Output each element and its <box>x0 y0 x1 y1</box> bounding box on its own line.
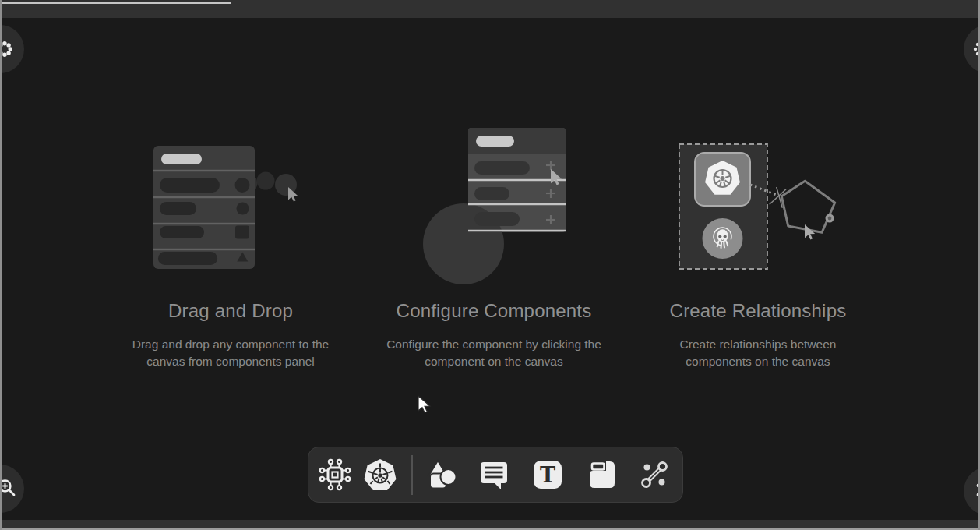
step-title-create-relationships: Create Relationships <box>641 300 875 322</box>
create-relationships-illustration <box>668 140 851 277</box>
left-window-edge <box>0 0 2 530</box>
comment-icon[interactable] <box>476 457 512 493</box>
relationship-icon[interactable] <box>636 457 672 493</box>
shapes-icon[interactable] <box>424 457 460 493</box>
text-tool-icon[interactable]: T <box>530 457 566 493</box>
component-integration-icon[interactable] <box>317 457 353 493</box>
note-icon[interactable] <box>584 457 620 493</box>
top-left-circle-button[interactable] <box>0 25 24 73</box>
step-desc-create-relationships: Create relationships between components … <box>668 336 848 370</box>
bottom-right-circle-button[interactable] <box>964 467 980 515</box>
top-right-circle-button[interactable] <box>964 25 980 73</box>
zoom-in-icon <box>0 478 17 498</box>
mouse-cursor <box>415 394 432 416</box>
svg-text:T: T <box>540 463 555 487</box>
dock-divider <box>411 455 413 495</box>
bottom-left-circle-button[interactable] <box>0 465 24 513</box>
tool-dock: T <box>308 447 683 503</box>
flower-icon <box>0 40 14 58</box>
meshsync-squid <box>703 218 743 259</box>
kubernetes-icon[interactable] <box>362 457 398 493</box>
step-desc-configure-components: Configure the component by clicking the … <box>374 336 614 370</box>
step-title-drag-and-drop: Drag and Drop <box>114 300 347 322</box>
drag-and-drop-illustration <box>137 139 324 275</box>
step-desc-drag-and-drop: Drag and drop any component to the canva… <box>122 336 340 370</box>
step-title-configure-components: Configure Components <box>377 300 611 322</box>
configure-components-illustration <box>417 123 596 291</box>
top-progress-line <box>0 2 231 4</box>
